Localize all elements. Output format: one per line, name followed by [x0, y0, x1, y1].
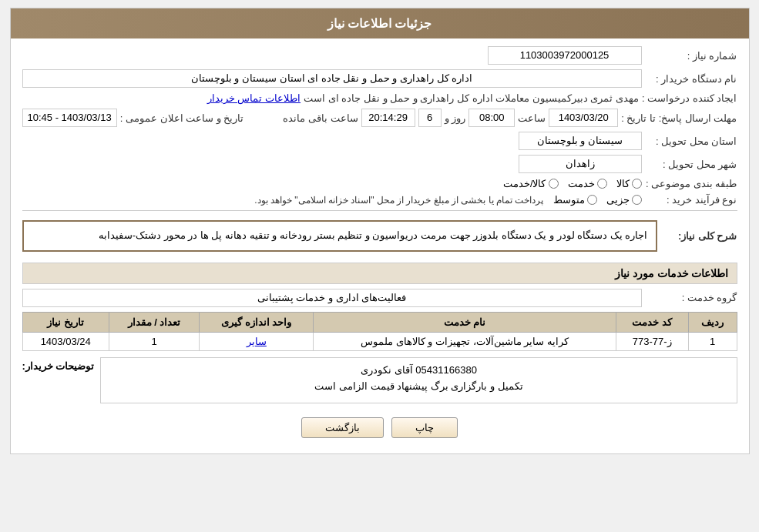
process-radio-motevaset[interactable] [587, 195, 597, 205]
back-button[interactable]: بازگشت [301, 417, 384, 438]
table-row: 1ز-77-773کرایه سایر ماشین‌آلات، تجهیزات … [22, 332, 737, 350]
deadline-remaining: 20:14:29 [361, 109, 415, 127]
announcement-value: 1403/03/13 - 10:45 [22, 109, 117, 127]
contact-link[interactable]: اطلاعات تماس خریدار [207, 92, 301, 104]
page-title: جزئیات اطلاعات نیاز [11, 8, 749, 38]
category-option-kala-khedmat-label: کالا/خدمت [503, 178, 546, 189]
category-option-kala-label: کالا [616, 178, 630, 189]
buttons-row: چاپ بازگشت [22, 410, 737, 446]
services-section-title: اطلاعات خدمات مورد نیاز [22, 263, 737, 284]
city-row: شهر محل تحویل : زاهدان [22, 155, 737, 173]
creator-row: ایجاد کننده درخواست : مهدی ثمری دبیرکمیس… [22, 92, 737, 104]
buyer-org-label: نام دستگاه خریدار : [645, 73, 737, 85]
process-note: پرداخت تمام یا بخشی از مبلغ خریدار از مح… [254, 195, 543, 206]
col-header-service-code: کد خدمت [616, 312, 688, 332]
province-row: استان محل تحویل : سیستان و بلوچستان [22, 132, 737, 150]
col-header-row-num: ردیف [688, 312, 737, 332]
niaaz-number-row: شماره نیاز : 1103003972000125 [22, 46, 737, 65]
deadline-label: مهلت ارسال پاسخ: تا تاریخ : [621, 112, 737, 124]
process-option-jozi-label: جزیی [606, 194, 630, 206]
process-option-motevaset[interactable]: متوسط [553, 194, 597, 206]
notes-line2: تکمیل و بارگزاری برگ پیشنهاد قیمت الزامی… [107, 379, 730, 395]
category-option-kala-khedmat[interactable]: کالا/خدمت [503, 178, 559, 189]
cell-row-num: 1 [688, 332, 737, 350]
creator-value: مهدی ثمری دبیرکمیسیون معاملات اداره کل ر… [304, 92, 639, 104]
category-option-kala[interactable]: کالا [616, 178, 642, 189]
cell-unit[interactable]: سایر [200, 332, 314, 350]
province-label: استان محل تحویل : [645, 136, 737, 147]
notes-content: 05431166380 آقای نکودری تکمیل و بارگزاری… [100, 357, 737, 403]
category-radio-group: کالا خدمت کالا/خدمت [503, 178, 642, 189]
city-value: زاهدان [519, 155, 642, 173]
deadline-day-label: روز و [445, 112, 466, 124]
announcement-label: تاریخ و ساعت اعلان عمومی : [120, 112, 244, 124]
buyer-org-value: اداره کل راهداری و حمل و نقل جاده ای است… [22, 69, 642, 88]
category-label: طبقه بندی موضوعی : [645, 178, 737, 189]
service-group-value: فعالیت‌های اداری و خدمات پشتیبانی [22, 289, 642, 307]
process-option-jozi[interactable]: جزیی [606, 194, 642, 206]
description-text: اجاره یک دستگاه لودر و یک دستگاه بلدوزر … [22, 220, 657, 252]
deadline-time-label: ساعت [518, 112, 546, 124]
category-radio-khedmat[interactable] [597, 179, 607, 189]
deadline-days: 6 [418, 109, 442, 127]
process-label: نوع فرآیند خرید : [645, 194, 737, 206]
col-header-quantity: تعداد / مقدار [109, 312, 199, 332]
page-container: جزئیات اطلاعات نیاز شماره نیاز : 1103003… [10, 8, 750, 454]
process-radio-group: جزیی متوسط [553, 194, 642, 206]
notes-label: توضیحات خریدار: [22, 357, 95, 372]
category-option-khedmat-label: خدمت [568, 178, 595, 189]
description-row: شرح کلی نیاز: اجاره یک دستگاه لودر و یک … [22, 216, 737, 256]
service-group-label: گروه خدمت : [645, 292, 737, 303]
niaaz-number-value: 1103003972000125 [488, 46, 642, 65]
deadline-time: 08:00 [468, 109, 515, 127]
deadline-row: مهلت ارسال پاسخ: تا تاریخ : 1403/03/20 س… [22, 109, 737, 127]
niaaz-number-label: شماره نیاز : [645, 50, 737, 62]
notes-section: 05431166380 آقای نکودری تکمیل و بارگزاری… [22, 357, 737, 403]
process-radio-jozi[interactable] [632, 195, 642, 205]
services-table: ردیف کد خدمت نام خدمت واحد اندازه گیری ت… [22, 312, 737, 351]
province-value: سیستان و بلوچستان [519, 132, 642, 150]
notes-line1: 05431166380 آقای نکودری [107, 363, 730, 379]
category-option-khedmat[interactable]: خدمت [568, 178, 607, 189]
cell-service-name: کرایه سایر ماشین‌آلات، تجهیزات و کالاهای… [314, 332, 616, 350]
cell-service-code: ز-77-773 [616, 332, 688, 350]
description-title: شرح کلی نیاز: [660, 230, 737, 242]
process-option-motevaset-label: متوسط [553, 194, 585, 206]
category-radio-kala-khedmat[interactable] [549, 179, 559, 189]
print-button[interactable]: چاپ [391, 417, 458, 438]
process-row: نوع فرآیند خرید : جزیی متوسط پرداخت تمام… [22, 194, 737, 206]
col-header-service-name: نام خدمت [314, 312, 616, 332]
col-header-unit: واحد اندازه گیری [200, 312, 314, 332]
category-radio-kala[interactable] [632, 179, 642, 189]
deadline-remaining-label: ساعت باقی مانده [283, 112, 358, 124]
col-header-date: تاریخ نیاز [22, 312, 109, 332]
cell-date: 1403/03/24 [22, 332, 109, 350]
creator-label: ایجاد کننده درخواست : [642, 92, 737, 104]
city-label: شهر محل تحویل : [645, 159, 737, 170]
deadline-date: 1403/03/20 [549, 109, 618, 127]
buyer-org-row: نام دستگاه خریدار : اداره کل راهداری و ح… [22, 69, 737, 88]
category-row: طبقه بندی موضوعی : کالا خدمت کالا/خدمت [22, 178, 737, 189]
cell-quantity: 1 [109, 332, 199, 350]
service-group-row: گروه خدمت : فعالیت‌های اداری و خدمات پشت… [22, 289, 737, 307]
